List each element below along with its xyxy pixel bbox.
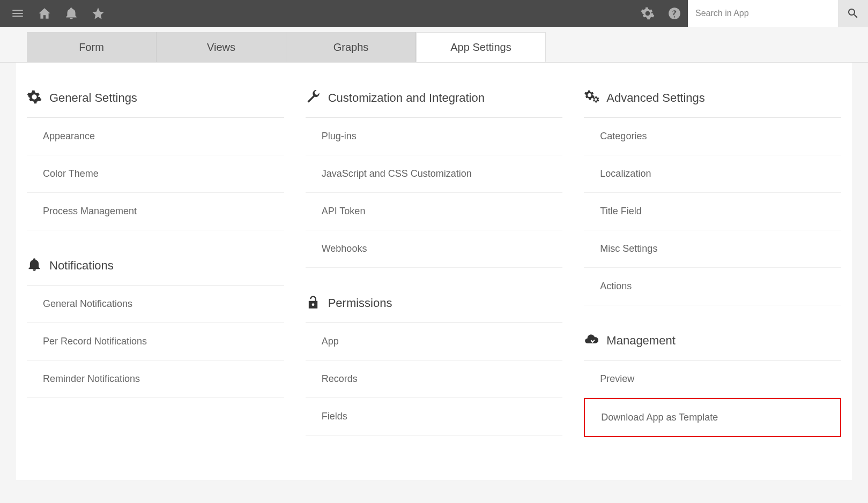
star-icon[interactable] bbox=[85, 0, 112, 27]
help-icon[interactable] bbox=[661, 0, 688, 27]
settings-item-label: Categories bbox=[600, 131, 647, 141]
gear-icon bbox=[27, 89, 42, 107]
settings-item-label: Fields bbox=[322, 411, 347, 422]
section-management: ManagementPreviewDownload App as Templat… bbox=[584, 327, 841, 437]
settings-item-appearance[interactable]: Appearance bbox=[27, 118, 284, 155]
settings-item-label: JavaScript and CSS Customization bbox=[322, 168, 472, 179]
settings-column: General SettingsAppearanceColor ThemePro… bbox=[27, 84, 284, 459]
settings-item-label: Reminder Notifications bbox=[43, 373, 140, 384]
settings-item-plug-ins[interactable]: Plug-ins bbox=[306, 118, 563, 155]
section-header: Customization and Integration bbox=[306, 84, 563, 118]
tab-views[interactable]: Views bbox=[157, 32, 286, 62]
settings-item-records[interactable]: Records bbox=[306, 361, 563, 398]
settings-item-label: Records bbox=[322, 373, 358, 384]
settings-item-label: Misc Settings bbox=[600, 243, 657, 254]
settings-item-misc-settings[interactable]: Misc Settings bbox=[584, 230, 841, 268]
gears-icon bbox=[584, 89, 599, 107]
tab-label: Graphs bbox=[333, 41, 369, 54]
settings-item-label: Webhooks bbox=[322, 243, 367, 254]
settings-item-color-theme[interactable]: Color Theme bbox=[27, 155, 284, 193]
tab-app-settings[interactable]: App Settings bbox=[416, 32, 546, 62]
section-header: Permissions bbox=[306, 289, 563, 323]
settings-item-label: Per Record Notifications bbox=[43, 336, 147, 347]
settings-item-label: Appearance bbox=[43, 131, 95, 141]
tab-form[interactable]: Form bbox=[27, 32, 157, 62]
section-title: Advanced Settings bbox=[606, 91, 704, 105]
menu-icon[interactable] bbox=[4, 0, 31, 27]
header-bar bbox=[0, 0, 868, 27]
settings-item-label: Preview bbox=[600, 373, 634, 384]
cloud-icon bbox=[584, 332, 599, 349]
lock-icon bbox=[306, 295, 321, 312]
bell-icon bbox=[27, 257, 42, 274]
search-button[interactable] bbox=[838, 0, 868, 27]
wrench-icon bbox=[306, 89, 321, 107]
section-advanced-settings: Advanced SettingsCategoriesLocalizationT… bbox=[584, 84, 841, 305]
section-permissions: PermissionsAppRecordsFields bbox=[306, 289, 563, 436]
section-general-settings: General SettingsAppearanceColor ThemePro… bbox=[27, 84, 284, 230]
settings-item-api-token[interactable]: API Token bbox=[306, 193, 563, 230]
settings-item-label: General Notifications bbox=[43, 298, 132, 309]
section-title: Notifications bbox=[49, 259, 114, 273]
home-icon[interactable] bbox=[31, 0, 58, 27]
settings-item-general-notifications[interactable]: General Notifications bbox=[27, 286, 284, 323]
settings-item-title-field[interactable]: Title Field bbox=[584, 193, 841, 230]
tabs-row: FormViewsGraphsApp Settings bbox=[0, 32, 868, 63]
settings-item-app[interactable]: App bbox=[306, 323, 563, 361]
settings-item-label: Plug-ins bbox=[322, 131, 357, 141]
settings-item-label: App bbox=[322, 336, 339, 347]
tab-label: Form bbox=[79, 41, 104, 54]
settings-item-label: Localization bbox=[600, 168, 651, 179]
section-header: General Settings bbox=[27, 84, 284, 118]
tab-graphs[interactable]: Graphs bbox=[286, 32, 416, 62]
section-customization-and-integration: Customization and IntegrationPlug-insJav… bbox=[306, 84, 563, 268]
settings-item-label: Title Field bbox=[600, 206, 641, 216]
section-header: Notifications bbox=[27, 252, 284, 286]
settings-item-webhooks[interactable]: Webhooks bbox=[306, 230, 563, 268]
settings-item-actions[interactable]: Actions bbox=[584, 268, 841, 305]
settings-item-label: Process Management bbox=[43, 206, 137, 216]
settings-item-label: Actions bbox=[600, 281, 632, 291]
gear-icon[interactable] bbox=[634, 0, 661, 27]
settings-item-label: API Token bbox=[322, 206, 366, 216]
section-header: Advanced Settings bbox=[584, 84, 841, 118]
settings-item-label: Download App as Template bbox=[601, 412, 718, 423]
section-notifications: NotificationsGeneral NotificationsPer Re… bbox=[27, 252, 284, 398]
section-header: Management bbox=[584, 327, 841, 361]
settings-item-fields[interactable]: Fields bbox=[306, 398, 563, 436]
search-input[interactable] bbox=[688, 0, 838, 27]
settings-item-preview[interactable]: Preview bbox=[584, 361, 841, 398]
settings-item-javascript-and-css-customization[interactable]: JavaScript and CSS Customization bbox=[306, 155, 563, 193]
settings-column: Customization and IntegrationPlug-insJav… bbox=[306, 84, 563, 459]
section-title: General Settings bbox=[49, 91, 137, 105]
section-title: Customization and Integration bbox=[328, 91, 485, 105]
section-title: Management bbox=[606, 334, 675, 348]
section-title: Permissions bbox=[328, 296, 392, 310]
settings-item-label: Color Theme bbox=[43, 168, 99, 179]
settings-item-categories[interactable]: Categories bbox=[584, 118, 841, 155]
settings-item-reminder-notifications[interactable]: Reminder Notifications bbox=[27, 361, 284, 398]
settings-item-process-management[interactable]: Process Management bbox=[27, 193, 284, 230]
tab-label: App Settings bbox=[450, 41, 511, 54]
tab-label: Views bbox=[207, 41, 235, 54]
settings-column: Advanced SettingsCategoriesLocalizationT… bbox=[584, 84, 841, 459]
settings-item-per-record-notifications[interactable]: Per Record Notifications bbox=[27, 323, 284, 361]
settings-item-download-app-as-template[interactable]: Download App as Template bbox=[584, 398, 841, 437]
settings-content: General SettingsAppearanceColor ThemePro… bbox=[16, 63, 852, 480]
bell-icon[interactable] bbox=[58, 0, 85, 27]
settings-item-localization[interactable]: Localization bbox=[584, 155, 841, 193]
